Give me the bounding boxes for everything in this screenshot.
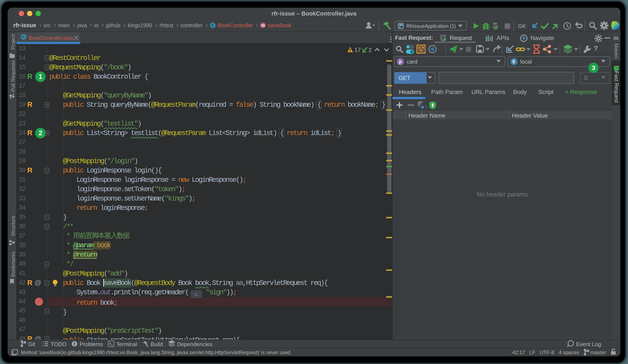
svg-text:17: 17 xyxy=(354,47,361,53)
svg-text:2: 2 xyxy=(369,47,372,53)
